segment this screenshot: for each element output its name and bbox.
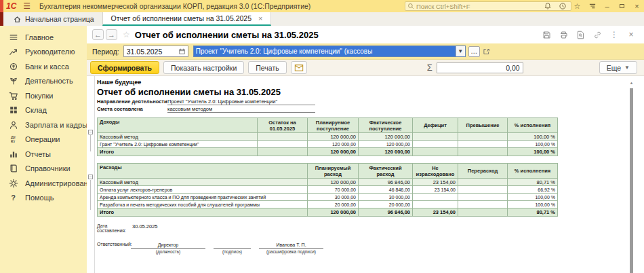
print-icon[interactable] [559,30,568,39]
print-button[interactable]: Печать [248,61,286,74]
favorites-star-icon[interactable]: ☆ [573,2,582,11]
collapse-group-icon[interactable]: – [88,175,93,179]
sidebar-item-12[interactable]: ?Помощь [0,191,87,206]
table-cell[interactable] [458,208,508,217]
close-form-icon[interactable]: × [626,30,636,39]
table-cell[interactable]: 96 846,00 [359,208,413,217]
table-cell[interactable]: 100,00 % [508,194,558,201]
table-cell[interactable]: Разработка и печать методических пособий… [98,201,308,208]
table-cell[interactable]: 23 154,00 [413,186,458,194]
table-cell[interactable]: 30 000,00 [359,194,413,201]
restore-icon[interactable] [618,2,626,11]
table-cell[interactable]: 80,71 % [508,179,558,186]
notifications-bell-icon[interactable] [543,2,552,11]
sidebar-item-2[interactable]: Руководителю [0,45,87,60]
scrollbar-thumb[interactable] [630,88,633,273]
table-cell[interactable]: 120 000,00 [308,148,359,156]
table-cell[interactable] [458,179,508,186]
sidebar-item-3[interactable]: Банк и касса [0,59,87,74]
table-cell[interactable] [413,133,458,141]
table-cell[interactable]: Оплата услуг лекторов-тренеров [98,186,308,194]
history-icon[interactable] [558,2,567,11]
table-cell[interactable] [458,148,508,156]
table-cell[interactable]: Итого [98,208,308,217]
main-menu-icon[interactable]: ☰ [23,2,31,10]
table-cell[interactable]: 120 000,00 [308,208,359,217]
table-cell[interactable] [458,141,508,148]
open-item-icon[interactable] [483,48,491,56]
tab-report[interactable]: Отчет об исполнении сметы на 31.05.2025 … [102,12,272,26]
choose-button[interactable]: … [468,46,480,57]
table-cell[interactable] [413,148,458,156]
project-select[interactable]: Проект "Учитель 2.0: Цифровые компетенци… [193,46,466,57]
close-window-icon[interactable]: × [632,2,641,11]
table-cell[interactable]: 120 000,00 [308,179,359,186]
table-cell[interactable]: 120 000,00 [359,133,413,141]
table-cell[interactable]: 30 000,00 [308,194,359,201]
table-cell[interactable]: 23 154,00 [413,208,458,217]
scroll-up-icon[interactable]: ▲ [629,80,634,86]
table-cell[interactable]: Кассовый метод [98,133,258,141]
more-button[interactable]: Еще▼ [599,61,637,74]
table-cell[interactable] [413,194,458,201]
back-icon[interactable]: ← [92,29,104,40]
sidebar-item-10[interactable]: Справочники [0,162,87,177]
table-cell[interactable]: 100,00 % [508,148,558,156]
table-cell[interactable]: 100,00 % [508,141,558,148]
chevron-down-icon[interactable]: ▼ [456,46,465,56]
sidebar-item-9[interactable]: Отчеты [0,147,87,162]
generate-button[interactable]: Сформировать [90,61,159,74]
sidebar-item-11[interactable]: Администрирование [0,176,87,191]
tab-close-icon[interactable]: × [258,14,262,22]
preview-icon[interactable] [576,30,585,39]
table-cell[interactable] [413,141,458,148]
table-cell[interactable] [458,186,508,194]
calendar-icon[interactable] [177,46,188,56]
sidebar-item-5[interactable]: Покупки [0,88,87,103]
table-cell[interactable]: 66,92 % [508,186,558,194]
sidebar-item-1[interactable]: Главное [0,30,87,45]
show-settings-button[interactable]: Показать настройки [163,61,244,74]
favorite-star-icon[interactable]: ☆ [123,30,130,39]
table-cell[interactable] [258,141,308,148]
table-cell[interactable]: 80,71 % [508,208,558,217]
forward-icon[interactable]: → [106,29,117,40]
table-cell[interactable]: 96 846,00 [359,179,413,186]
table-cell[interactable]: Аренда компьютерного класса и ПО для про… [98,194,308,201]
sum-field[interactable]: 0,00 [437,62,523,73]
send-email-button[interactable] [291,61,307,74]
save-icon[interactable] [542,30,551,39]
table-cell[interactable]: 120 000,00 [359,141,413,148]
collapse-group-icon[interactable]: – [88,130,93,134]
table-cell[interactable]: 46 846,00 [359,186,413,194]
table-cell[interactable] [258,148,308,156]
sidebar-item-4[interactable]: Деятельность [0,74,87,89]
sidebar-item-7[interactable]: Зарплата и кадры [0,117,87,132]
table-cell[interactable]: Итого [98,148,258,156]
sidebar-item-6[interactable]: Склад [0,103,87,118]
period-date-input[interactable]: 31.05.2025 [123,46,188,57]
table-cell[interactable]: 70 000,00 [308,186,359,194]
table-cell[interactable]: 120 000,00 [308,133,359,141]
table-cell[interactable]: 20 000,00 [308,201,359,208]
view-lines-icon[interactable] [588,2,597,11]
minimize-icon[interactable]: – [603,2,611,11]
sidebar-item-8[interactable]: ДтКтОперации [0,132,87,147]
link-icon[interactable] [592,30,602,39]
table-cell[interactable]: Кассовый метод [98,179,308,186]
table-cell[interactable]: 120 000,00 [359,148,413,156]
table-cell[interactable]: 23 154,00 [413,179,458,186]
vertical-scrollbar[interactable]: ▲ [629,80,634,273]
tab-home[interactable]: Начальная страница [5,12,102,26]
table-cell[interactable]: 20 000,00 [359,201,413,208]
table-cell[interactable]: 100,00 % [508,133,558,141]
table-cell[interactable] [258,133,308,141]
table-cell[interactable]: Грант "Учитель 2.0: Цифровые компетенции… [98,141,258,148]
table-cell[interactable]: 100,00 % [508,201,558,208]
table-cell[interactable]: 120 000,00 [308,141,359,148]
table-cell[interactable] [413,201,458,208]
table-cell[interactable] [458,133,508,141]
table-cell[interactable] [458,201,508,208]
table-cell[interactable] [458,194,508,201]
more-vert-icon[interactable]: ⋮ [609,30,619,39]
